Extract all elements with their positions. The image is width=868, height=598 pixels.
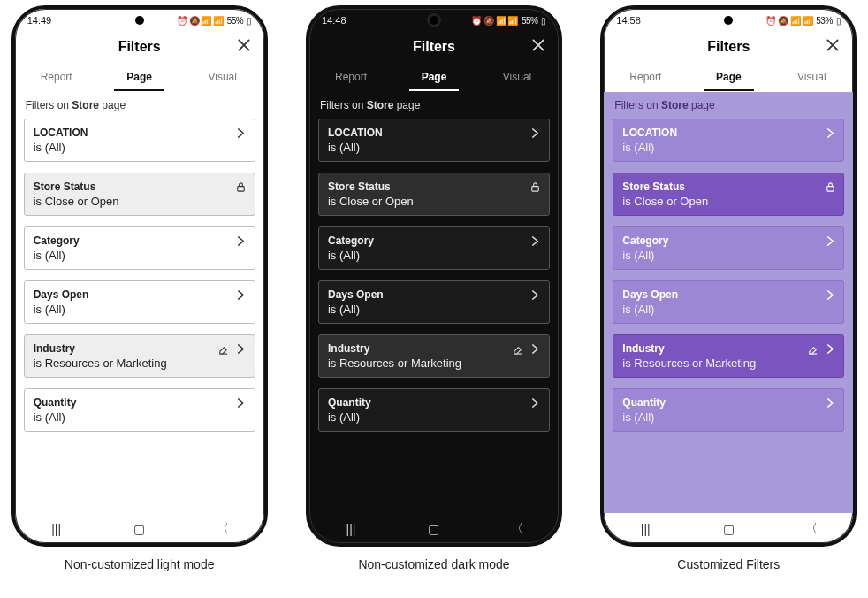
close-button[interactable]	[530, 37, 548, 55]
filters-content: Filters on Store page LOCATIONis (All)St…	[15, 92, 264, 513]
tabs: Report Page Visual	[15, 62, 264, 92]
filter-card[interactable]: Quantityis (All)	[613, 388, 844, 432]
camera-cutout	[724, 16, 733, 25]
tab-report[interactable]: Report	[15, 62, 98, 91]
filter-card[interactable]: LOCATIONis (All)	[318, 119, 550, 162]
nav-back-icon[interactable]: 〈	[799, 521, 824, 537]
filter-card[interactable]: Categoryis (All)	[613, 226, 844, 270]
filter-value: is (All)	[622, 141, 834, 154]
status-indicators: ⏰ 🔕 📶 📶 55% ▯	[177, 16, 252, 26]
nav-back-icon[interactable]: 〈	[505, 521, 529, 537]
camera-cutout	[430, 16, 438, 25]
eraser-icon	[806, 342, 819, 355]
tabs: Report Page Visual	[309, 62, 559, 92]
battery-icon: ▯	[836, 16, 841, 26]
tab-page[interactable]: Page	[687, 62, 770, 91]
tab-page[interactable]: Page	[392, 62, 476, 91]
status-indicators: ⏰ 🔕 📶 📶 55% ▯	[471, 16, 546, 26]
caption-purple: Customized Filters	[677, 557, 780, 571]
filter-title: Industry	[622, 342, 834, 355]
tab-report[interactable]: Report	[604, 62, 687, 91]
filter-icons	[235, 180, 247, 193]
lock-icon	[235, 180, 247, 193]
tab-page[interactable]: Page	[98, 62, 181, 91]
battery-icon: ▯	[247, 16, 252, 26]
filter-card[interactable]: Store Statusis Close or Open	[613, 172, 844, 216]
filter-card[interactable]: Days Openis (All)	[613, 280, 844, 324]
nav-home-icon[interactable]: ▢	[422, 522, 446, 536]
nav-recent-icon[interactable]: |||	[339, 522, 363, 536]
filter-card[interactable]: Categoryis (All)	[24, 226, 255, 270]
close-button[interactable]	[236, 37, 254, 55]
nav-back-icon[interactable]: 〈	[210, 521, 235, 537]
tab-visual[interactable]: Visual	[181, 62, 264, 91]
tab-visual[interactable]: Visual	[770, 62, 853, 91]
close-icon	[530, 37, 546, 53]
filter-title: Category	[328, 234, 540, 247]
nav-recent-icon[interactable]: |||	[44, 522, 69, 536]
tab-visual[interactable]: Visual	[476, 62, 559, 91]
filter-card[interactable]: Store Statusis Close or Open	[318, 172, 550, 216]
filter-list: LOCATIONis (All)Store Statusis Close or …	[613, 119, 844, 432]
close-icon	[825, 37, 841, 53]
page-title: Filters	[413, 39, 455, 55]
nav-recent-icon[interactable]: |||	[633, 522, 658, 536]
section-title: Filters on Store page	[320, 99, 548, 111]
filter-card[interactable]: Industryis Resources or Marketing	[613, 334, 844, 378]
status-time: 14:49	[27, 15, 52, 26]
filter-value: is (All)	[34, 141, 246, 154]
filter-title: Industry	[328, 342, 540, 355]
filter-icons	[806, 342, 836, 355]
filter-card[interactable]: LOCATIONis (All)	[613, 119, 844, 162]
filter-value: is (All)	[34, 410, 246, 424]
filter-value: is Close or Open	[34, 195, 246, 208]
filter-title: Store Status	[622, 180, 834, 193]
filter-icons	[824, 396, 836, 409]
filters-content: Filters on Store page LOCATIONis (All)St…	[309, 92, 559, 513]
close-icon	[236, 37, 252, 53]
page-title: Filters	[118, 39, 161, 55]
section-title: Filters on Store page	[614, 99, 842, 111]
lock-icon	[529, 180, 542, 193]
android-navbar: ||| ▢ 〈	[309, 515, 559, 543]
filter-icons	[512, 342, 542, 355]
filter-card[interactable]: LOCATIONis (All)	[24, 119, 255, 162]
filter-value: is Resources or Marketing	[34, 356, 246, 370]
filter-value: is (All)	[328, 249, 540, 262]
tab-report[interactable]: Report	[309, 62, 392, 91]
filter-value: is (All)	[328, 141, 540, 154]
filter-card[interactable]: Industryis Resources or Marketing	[24, 334, 255, 378]
filter-card[interactable]: Categoryis (All)	[318, 226, 550, 270]
chevron-right-icon	[235, 126, 247, 139]
chevron-right-icon	[529, 342, 542, 355]
filter-card[interactable]: Industryis Resources or Marketing	[318, 334, 550, 378]
filter-icons	[824, 126, 836, 139]
battery-icon: ▯	[541, 16, 546, 26]
filter-title: Category	[622, 234, 834, 247]
filter-title: LOCATION	[328, 126, 540, 139]
status-time: 14:48	[322, 15, 346, 26]
nav-home-icon[interactable]: ▢	[716, 522, 741, 536]
filter-icons	[235, 396, 247, 409]
caption-dark: Non-customized dark mode	[358, 557, 509, 571]
filter-card[interactable]: Quantityis (All)	[24, 388, 255, 432]
lock-icon	[824, 180, 836, 193]
filter-card[interactable]: Days Openis (All)	[24, 280, 255, 324]
filter-card[interactable]: Store Statusis Close or Open	[24, 172, 255, 216]
filter-card[interactable]: Days Openis (All)	[318, 280, 550, 324]
chevron-right-icon	[824, 342, 836, 355]
filter-value: is Close or Open	[328, 195, 540, 208]
filter-title: Store Status	[328, 180, 540, 193]
filter-value: is (All)	[34, 303, 246, 316]
filter-title: Days Open	[622, 288, 834, 301]
nav-home-icon[interactable]: ▢	[127, 522, 152, 536]
filter-value: is (All)	[328, 410, 540, 424]
filter-icons	[824, 288, 836, 301]
close-button[interactable]	[825, 37, 842, 55]
filter-value: is (All)	[34, 249, 246, 262]
caption-light: Non-customized light mode	[65, 557, 215, 571]
eraser-icon	[217, 342, 230, 355]
filter-icons	[529, 126, 542, 139]
filter-card[interactable]: Quantityis (All)	[318, 388, 550, 432]
filter-title: Quantity	[328, 396, 540, 409]
